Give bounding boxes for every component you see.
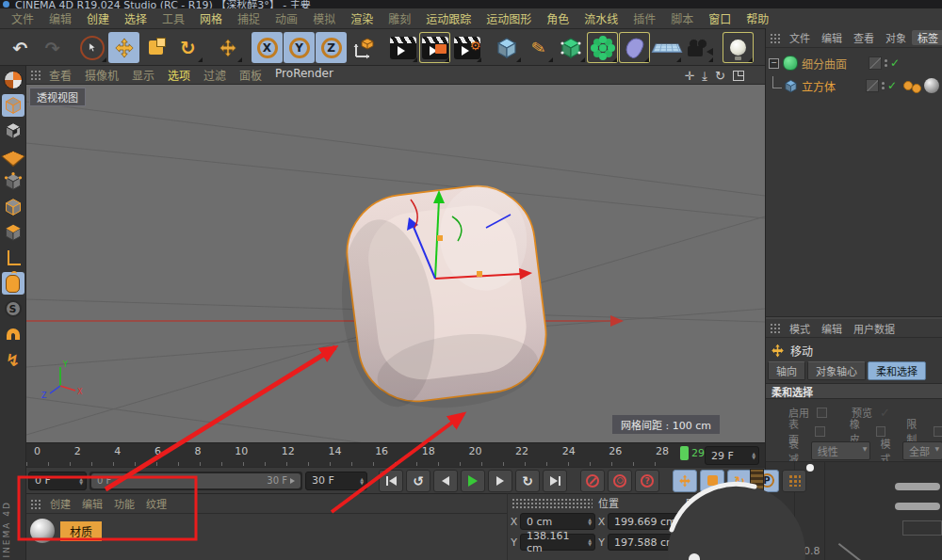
menu-item[interactable]: 创建 bbox=[79, 10, 117, 26]
menu-item[interactable]: 选择 bbox=[117, 10, 154, 26]
move-icon[interactable] bbox=[108, 32, 139, 63]
position-field[interactable]: 138.161 cm▲▼ bbox=[520, 534, 595, 551]
size-field[interactable]: 197.588 cm▲▼ bbox=[608, 534, 685, 551]
rotation-field[interactable]: 0 °▲▼ bbox=[697, 513, 755, 530]
render-picture-viewer-icon[interactable] bbox=[419, 32, 450, 63]
play-icon[interactable] bbox=[461, 470, 485, 492]
menu-item[interactable]: 流水线 bbox=[577, 10, 625, 26]
material-menu-item[interactable]: 功能 bbox=[108, 496, 140, 511]
menu-item[interactable]: 运动跟踪 bbox=[418, 10, 479, 26]
frame-range-slider[interactable]: 0 F 30 F bbox=[89, 472, 302, 490]
timeline-playhead[interactable] bbox=[680, 446, 689, 460]
enabled-check-icon[interactable]: ✓ bbox=[890, 56, 900, 70]
texture-mode-icon[interactable] bbox=[2, 120, 24, 142]
workplane-icon[interactable] bbox=[2, 145, 24, 168]
layer-box-icon[interactable] bbox=[869, 56, 882, 70]
scale-icon[interactable] bbox=[140, 32, 171, 63]
falloff-dropdown[interactable]: 线性 bbox=[811, 441, 871, 460]
subdivision-surface-icon[interactable] bbox=[783, 56, 798, 71]
model-mode-icon[interactable] bbox=[2, 94, 24, 117]
axis-mode-icon[interactable] bbox=[2, 247, 24, 269]
deformer-bend-icon[interactable] bbox=[619, 32, 650, 63]
record-keyframe-icon[interactable] bbox=[580, 470, 605, 492]
menu-item[interactable]: 雕刻 bbox=[381, 10, 418, 26]
viewport-menu-item[interactable]: 摄像机 bbox=[78, 67, 125, 83]
zoom-view-icon[interactable]: ⤓ bbox=[702, 70, 707, 82]
record-help-icon[interactable]: ? bbox=[635, 470, 659, 492]
visibility-dots-icon[interactable] bbox=[882, 82, 885, 89]
menu-item[interactable]: 动画 bbox=[268, 10, 305, 26]
panel-grip-icon[interactable] bbox=[30, 70, 41, 80]
scroll-thumb[interactable] bbox=[895, 483, 940, 490]
menu-item[interactable]: 捕捉 bbox=[230, 10, 268, 26]
visibility-dots-icon[interactable] bbox=[885, 59, 887, 67]
goto-end-icon[interactable] bbox=[543, 470, 567, 492]
viewport-menu-item[interactable]: 显示 bbox=[125, 67, 161, 83]
mograph-icon[interactable] bbox=[587, 32, 618, 63]
rotation-field[interactable]: 0 °▲▼ bbox=[697, 534, 755, 551]
primitive-cube-icon[interactable] bbox=[491, 32, 522, 63]
preview-checkbox[interactable]: ✓ bbox=[880, 408, 890, 418]
polygons-mode-icon[interactable] bbox=[2, 221, 24, 244]
stepper-icon[interactable]: ▲▼ bbox=[752, 452, 755, 459]
rotate-view-icon[interactable]: ↻ bbox=[715, 70, 725, 82]
mode-dropdown[interactable]: 全部 bbox=[902, 441, 942, 460]
attribute-menu-item[interactable]: 模式 bbox=[784, 321, 816, 336]
object-manager-menu-item[interactable]: 查看 bbox=[848, 30, 880, 45]
previous-frame-icon[interactable] bbox=[433, 470, 458, 492]
point-level-animation-icon[interactable] bbox=[782, 470, 806, 492]
stepper-icon[interactable]: ▲▼ bbox=[79, 477, 83, 485]
snap-s-icon[interactable]: S bbox=[2, 297, 24, 320]
tag-icon[interactable] bbox=[912, 84, 921, 93]
object-manager-menu-item[interactable]: 编辑 bbox=[816, 30, 848, 45]
material-menu-item[interactable]: 编辑 bbox=[76, 496, 108, 511]
material-thumbnail[interactable] bbox=[30, 519, 55, 543]
enable-checkbox[interactable] bbox=[817, 408, 827, 418]
view-label[interactable]: 透视视图 bbox=[29, 88, 86, 106]
object-manager-menu-item[interactable]: 对象 bbox=[880, 30, 912, 45]
panel-grip-icon[interactable] bbox=[770, 323, 780, 333]
viewport-menu-item[interactable]: 过滤 bbox=[197, 67, 233, 83]
menu-item[interactable]: 网格 bbox=[192, 10, 230, 26]
object-manager-menu-item[interactable]: 标签 bbox=[912, 30, 942, 45]
menu-item[interactable]: 文件 bbox=[4, 10, 41, 26]
surface-checkbox[interactable] bbox=[815, 426, 824, 437]
z-axis-lock-icon[interactable]: Z bbox=[316, 32, 347, 63]
cube-icon[interactable] bbox=[784, 79, 798, 93]
attribute-tab[interactable]: 轴向 bbox=[768, 361, 805, 380]
menu-item[interactable]: 编辑 bbox=[41, 10, 79, 26]
camera-icon[interactable] bbox=[683, 32, 714, 63]
menu-item[interactable]: 帮助 bbox=[739, 10, 776, 26]
scroll-thumb[interactable] bbox=[895, 503, 940, 510]
pan-view-icon[interactable]: ✛ bbox=[684, 70, 694, 82]
range-end-field[interactable]: 30 F▲▼ bbox=[305, 472, 367, 490]
tree-expander-icon[interactable]: − bbox=[769, 58, 779, 69]
floor-environment-icon[interactable] bbox=[651, 32, 682, 63]
viewport-menu-item[interactable]: 选项 bbox=[161, 67, 197, 83]
rotate-icon[interactable]: ↻ bbox=[172, 32, 203, 63]
stepper-icon[interactable]: ▲▼ bbox=[360, 477, 364, 485]
x-axis-lock-icon[interactable]: X bbox=[252, 32, 283, 63]
attribute-tab[interactable]: 柔和选择 bbox=[868, 361, 926, 380]
panel-grip-icon[interactable] bbox=[30, 499, 41, 509]
record-scale-icon[interactable] bbox=[700, 470, 724, 492]
menu-item[interactable]: 模拟 bbox=[305, 10, 343, 26]
goto-start-icon[interactable] bbox=[379, 470, 403, 492]
menu-item[interactable]: 角色 bbox=[539, 10, 577, 26]
attribute-tab[interactable]: 对象轴心 bbox=[807, 361, 866, 380]
menu-item[interactable]: 插件 bbox=[625, 10, 663, 26]
record-position-icon[interactable] bbox=[673, 470, 697, 492]
y-axis-lock-icon[interactable]: Y bbox=[284, 32, 315, 63]
toggle-view-icon[interactable] bbox=[733, 71, 744, 81]
next-key-icon[interactable]: ↻ bbox=[515, 470, 540, 492]
paint-globe-icon[interactable] bbox=[2, 69, 24, 91]
attribute-menu-item[interactable]: 用户数据 bbox=[848, 321, 901, 336]
range-thumb[interactable]: 0 F 30 F bbox=[91, 473, 300, 488]
object-name[interactable]: 立方体 bbox=[802, 78, 836, 94]
object-row-subdivision-surface[interactable]: − 细分曲面 ✓ bbox=[766, 53, 942, 73]
attribute-menu-item[interactable]: 编辑 bbox=[816, 321, 848, 336]
viewport-menu-item[interactable]: 面板 bbox=[233, 67, 268, 83]
menu-item[interactable]: 脚本 bbox=[663, 10, 701, 26]
material-menu-item[interactable]: 创建 bbox=[44, 496, 76, 511]
object-name[interactable]: 细分曲面 bbox=[802, 56, 847, 72]
